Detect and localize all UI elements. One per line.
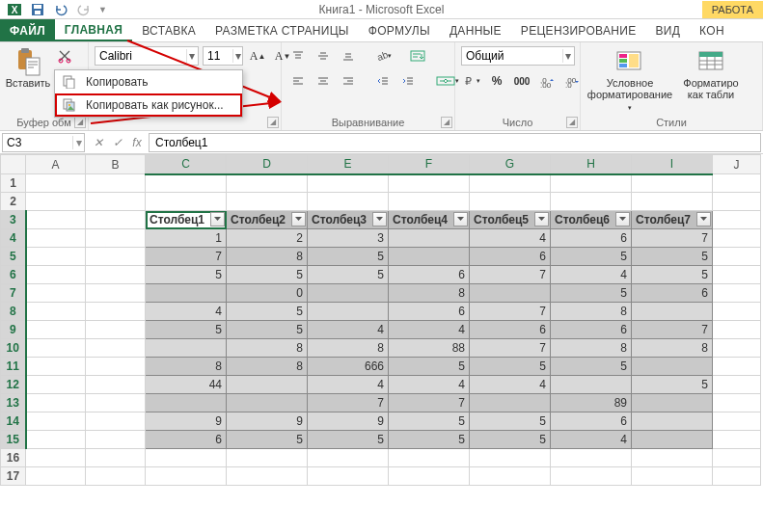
cell[interactable] [86, 449, 146, 467]
column-header[interactable]: B [86, 155, 146, 174]
table-cell[interactable]: 8 [551, 339, 632, 358]
table-cell[interactable]: 9 [227, 412, 308, 431]
alignment-dialog-launcher[interactable]: ◢ [441, 117, 452, 128]
cell[interactable] [713, 266, 761, 284]
select-all-corner[interactable] [1, 155, 26, 174]
cell[interactable] [227, 467, 308, 486]
table-cell[interactable]: 89 [551, 394, 632, 412]
table-cell[interactable]: 7 [470, 266, 551, 284]
cell[interactable] [227, 449, 308, 467]
table-cell[interactable]: 7 [308, 394, 389, 412]
table-cell[interactable] [470, 284, 551, 303]
table-cell[interactable]: 7 [470, 303, 551, 321]
cell[interactable] [86, 339, 146, 358]
cell[interactable] [86, 321, 146, 339]
cell[interactable] [308, 193, 389, 211]
cell[interactable] [551, 193, 632, 211]
table-cell[interactable]: 8 [551, 303, 632, 321]
cell[interactable] [86, 394, 146, 412]
cell[interactable] [713, 321, 761, 339]
table-cell[interactable]: 7 [470, 339, 551, 358]
cell[interactable] [146, 449, 227, 467]
worksheet-grid[interactable]: ABCDEFGHIJ123Столбец1Столбец2Столбец3Сто… [0, 154, 763, 486]
row-header[interactable]: 9 [1, 321, 26, 339]
table-cell[interactable]: 4 [146, 303, 227, 321]
table-cell[interactable]: 5 [389, 431, 470, 449]
cell[interactable] [86, 412, 146, 431]
align-middle-button[interactable] [313, 46, 334, 66]
table-cell[interactable]: 6 [551, 229, 632, 248]
table-cell[interactable]: 0 [227, 284, 308, 303]
row-header[interactable]: 12 [1, 376, 26, 394]
cell[interactable] [26, 303, 86, 321]
menu-copy[interactable]: Копировать [55, 70, 242, 93]
table-cell[interactable] [470, 394, 551, 412]
cell[interactable] [26, 339, 86, 358]
table-cell[interactable] [632, 394, 713, 412]
decrease-decimal-button[interactable]: ,00,0 [561, 71, 583, 91]
table-cell[interactable]: 5 [632, 266, 713, 284]
table-cell[interactable]: 5 [389, 412, 470, 431]
cell[interactable] [713, 284, 761, 303]
cell[interactable] [26, 174, 86, 193]
chevron-down-icon[interactable]: ▾ [186, 49, 198, 63]
table-cell[interactable]: 5 [551, 358, 632, 376]
table-cell[interactable]: 7 [389, 394, 470, 412]
chevron-down-icon[interactable]: ▾ [562, 49, 575, 63]
chevron-down-icon[interactable]: ▾ [72, 136, 84, 149]
cell[interactable] [146, 467, 227, 486]
align-center-button[interactable] [313, 71, 334, 91]
orientation-button[interactable]: ab▾ [372, 46, 394, 66]
column-header[interactable]: D [227, 155, 308, 174]
table-cell[interactable] [227, 376, 308, 394]
redo-icon[interactable] [75, 1, 93, 18]
cell[interactable] [713, 449, 761, 467]
column-header[interactable]: I [632, 155, 713, 174]
table-cell[interactable] [146, 284, 227, 303]
table-cell[interactable]: 666 [308, 358, 389, 376]
table-cell[interactable]: 4 [551, 431, 632, 449]
cut-button[interactable] [54, 46, 75, 66]
cell[interactable] [86, 229, 146, 248]
table-cell[interactable]: 8 [227, 358, 308, 376]
cell[interactable] [389, 174, 470, 193]
cell[interactable] [713, 376, 761, 394]
table-header-cell[interactable]: Столбец2 [227, 211, 308, 229]
paste-button[interactable]: Вставить [6, 46, 50, 89]
table-cell[interactable]: 4 [308, 376, 389, 394]
cell[interactable] [86, 211, 146, 229]
chevron-down-icon[interactable]: ▾ [232, 49, 242, 63]
align-top-button[interactable] [287, 46, 309, 66]
clipboard-dialog-launcher[interactable]: ◢ [74, 117, 86, 128]
cell[interactable] [632, 449, 713, 467]
name-box[interactable]: ▾ [2, 133, 85, 152]
cell[interactable] [713, 229, 761, 248]
cell[interactable] [713, 174, 761, 193]
number-format-input[interactable] [462, 49, 562, 63]
table-cell[interactable] [551, 376, 632, 394]
align-bottom-button[interactable] [338, 46, 359, 66]
table-cell[interactable]: 5 [470, 358, 551, 376]
table-cell[interactable] [632, 358, 713, 376]
table-cell[interactable] [146, 339, 227, 358]
cell[interactable] [86, 174, 146, 193]
row-header[interactable]: 3 [1, 211, 26, 229]
cell[interactable] [86, 358, 146, 376]
table-cell[interactable]: 5 [551, 248, 632, 266]
table-cell[interactable]: 5 [146, 321, 227, 339]
copy-split-button[interactable]: ▼ Копировать Копировать как рисунок... [54, 69, 85, 89]
cell[interactable] [632, 467, 713, 486]
cell[interactable] [470, 467, 551, 486]
table-cell[interactable] [632, 412, 713, 431]
cell[interactable] [551, 174, 632, 193]
increase-decimal-button[interactable]: ,0,00 [536, 71, 558, 91]
column-header[interactable]: F [389, 155, 470, 174]
conditional-formatting-button[interactable]: Условноеформатирование ▾ [586, 46, 673, 114]
cell[interactable] [146, 193, 227, 211]
table-cell[interactable]: 7 [632, 229, 713, 248]
cell[interactable] [713, 358, 761, 376]
tab-view[interactable]: ВИД [645, 19, 690, 41]
table-cell[interactable]: 5 [227, 321, 308, 339]
cell[interactable] [26, 248, 86, 266]
table-cell[interactable]: 5 [308, 431, 389, 449]
